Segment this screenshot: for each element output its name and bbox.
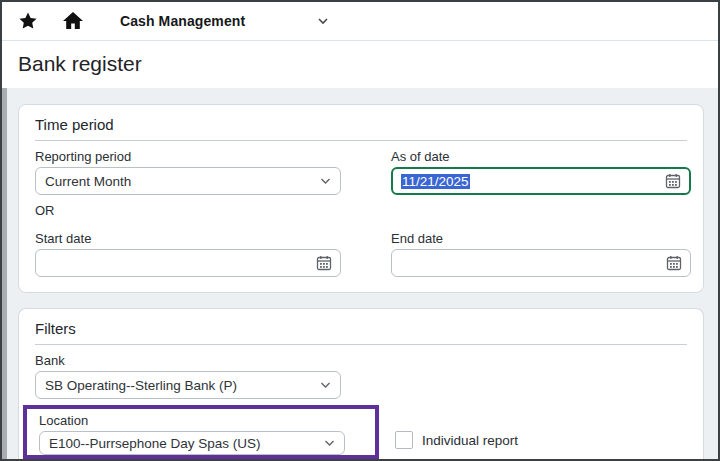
section-divider: [35, 140, 687, 141]
end-date-label: End date: [391, 231, 443, 246]
chevron-down-icon: [320, 178, 331, 185]
or-label: OR: [35, 203, 55, 218]
bank-value: SB Operating--Sterling Bank (P): [45, 378, 237, 393]
as-of-date-label: As of date: [391, 149, 450, 164]
time-period-panel: Time period Reporting period Current Mon…: [18, 104, 704, 293]
section-divider: [35, 344, 687, 345]
chevron-down-icon: [324, 440, 335, 447]
favorite-star-icon[interactable]: [18, 11, 38, 31]
chevron-down-icon: [317, 17, 329, 25]
chevron-down-icon: [320, 382, 331, 389]
time-period-heading: Time period: [35, 116, 114, 133]
as-of-date-value: 11/21/2025: [401, 174, 470, 189]
bank-select[interactable]: SB Operating--Sterling Bank (P): [35, 371, 341, 399]
bank-label: Bank: [35, 353, 65, 368]
location-value: E100--Purrsephone Day Spas (US): [49, 436, 261, 451]
as-of-date-input[interactable]: 11/21/2025: [391, 167, 691, 195]
app-window: Cash Management Bank register Time perio…: [0, 0, 720, 461]
end-date-input[interactable]: [391, 249, 691, 277]
page-title: Bank register: [18, 52, 142, 76]
top-navigation-bar: Cash Management: [2, 2, 718, 41]
app-menu-label: Cash Management: [120, 13, 245, 29]
individual-report-checkbox[interactable]: [395, 431, 413, 449]
reporting-period-value: Current Month: [45, 174, 131, 189]
filters-heading: Filters: [35, 320, 76, 337]
app-menu-cash-management[interactable]: Cash Management: [120, 13, 329, 29]
individual-report-option: Individual report: [395, 431, 518, 449]
start-date-label: Start date: [35, 231, 91, 246]
calendar-icon[interactable]: [316, 255, 332, 271]
home-icon[interactable]: [62, 10, 84, 32]
calendar-icon[interactable]: [665, 173, 681, 189]
start-date-input[interactable]: [35, 249, 341, 277]
reporting-period-label: Reporting period: [35, 149, 131, 164]
filters-panel: Filters Bank SB Operating--Sterling Bank…: [18, 308, 704, 461]
location-select[interactable]: E100--Purrsephone Day Spas (US): [39, 431, 345, 455]
calendar-icon[interactable]: [666, 255, 682, 271]
location-label: Location: [39, 413, 88, 428]
left-edge-strip: [2, 88, 7, 459]
individual-report-label: Individual report: [422, 433, 518, 448]
reporting-period-select[interactable]: Current Month: [35, 167, 341, 195]
